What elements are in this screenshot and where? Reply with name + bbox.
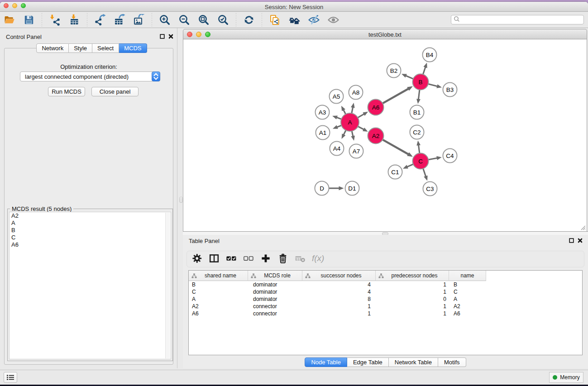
graph-node-B1[interactable]: B1 [410,105,424,119]
table-tab-motifs[interactable]: Motifs [438,357,466,367]
vertical-split-divider[interactable] [177,28,177,368]
optimization-criterion-select[interactable]: largest connected component (directed) [20,71,160,81]
graph-node-B2[interactable]: B2 [387,64,401,78]
result-list-item[interactable]: C [10,234,171,241]
toolbar-button-export-network[interactable] [94,13,106,27]
edge-C-C2[interactable] [418,144,420,153]
edge-A-A3[interactable] [336,117,342,119]
close-panel-icon[interactable] [168,34,173,39]
network-window-titlebar[interactable]: testGlobe.txt [183,29,587,39]
toolbar-button-zoom-in[interactable] [159,13,171,27]
edge-A-A6[interactable] [357,114,364,118]
edge-A6-B[interactable] [382,89,409,104]
graph-node-A7[interactable]: A7 [349,144,363,158]
column-header-predecessor-nodes[interactable]: predecessor nodes [376,271,449,281]
result-list-scrollbar[interactable] [165,213,170,358]
table-row[interactable]: Cdominator41C [189,288,582,295]
graph-node-B[interactable]: B [413,74,429,90]
toolbar-button-hide-selected[interactable] [308,13,320,27]
result-list-item[interactable]: A [10,219,171,227]
graph-node-C2[interactable]: C2 [410,125,424,139]
table-float-panel-icon[interactable] [569,238,574,243]
toolbar-button-export-image[interactable] [133,13,145,27]
edge-A-A7[interactable] [352,131,353,137]
edge-B-B1[interactable] [418,89,420,100]
toolbar-button-save-session[interactable] [23,13,35,27]
table-tab-node-table[interactable]: Node Table [305,357,347,367]
column-header-shared-name[interactable]: shared name [189,271,248,281]
table-row[interactable]: A2connector11A2 [189,303,582,310]
edge-A2-C[interactable] [382,139,409,154]
table-toolbar-button-add-column[interactable] [260,253,272,266]
graph-node-A[interactable]: A [341,113,359,131]
toolbar-button-open-file[interactable] [4,13,15,27]
result-list-item[interactable]: A2 [10,212,171,219]
graph-node-A4[interactable]: A4 [330,142,344,156]
network-canvas[interactable]: B4B2BB3B1A5A8A6A3AA1C2A2A4A7C4CC1C3DD1 [183,39,587,231]
table-row[interactable]: Adominator80A [189,295,582,303]
graph-node-D1[interactable]: D1 [345,181,359,195]
tab-mcds[interactable]: MCDS [119,43,147,53]
table-row[interactable]: Bdominator41B [189,281,582,288]
edge-C-C1[interactable] [406,164,414,167]
graph-node-C1[interactable]: C1 [388,165,402,179]
table-close-panel-icon[interactable] [578,238,583,243]
column-header-successor-nodes[interactable]: successor nodes [302,271,376,281]
horizontal-split-divider[interactable] [183,231,588,232]
mcds-result-list[interactable]: A2ABCA6 [9,212,171,359]
toolbar-button-clone-network[interactable] [269,13,281,27]
search-input[interactable] [462,17,575,23]
search-box[interactable] [451,15,584,24]
toolbar-button-home[interactable] [288,13,300,27]
toolbar-button-show-all[interactable] [327,13,339,27]
result-list-item[interactable]: A6 [10,241,171,248]
table-tab-edge-table[interactable]: Edge Table [347,357,389,367]
edge-B-B2[interactable] [405,76,414,79]
edge-A-A2[interactable] [358,126,364,130]
memory-button[interactable]: Memory [549,372,583,383]
column-header-MCDS-role[interactable]: MCDS role [248,271,302,281]
table-toolbar-button-function-builder[interactable]: f(x) [311,253,327,266]
toolbar-button-export-table[interactable] [114,13,125,27]
edge-C-C4[interactable] [428,158,438,160]
edge-A-A4[interactable] [344,130,346,135]
toolbar-button-zoom-selected[interactable] [217,13,229,27]
graph-node-A2[interactable]: A2 [368,128,384,144]
toolbar-button-import-network[interactable] [49,13,61,27]
edge-B-B3[interactable] [428,84,438,86]
vertical-split-grabber[interactable] [179,197,183,203]
graph-node-A5[interactable]: A5 [330,90,344,104]
table-toolbar-button-select-all-checkboxes[interactable] [225,253,237,266]
graph-node-B4[interactable]: B4 [423,48,437,62]
toolbar-button-zoom-out[interactable] [178,13,190,27]
edge-A-A8[interactable] [352,107,353,114]
graph-node-C3[interactable]: C3 [423,182,437,196]
graph-node-A6[interactable]: A6 [368,100,384,115]
table-toolbar-button-delete-table[interactable] [294,253,306,266]
column-header-name[interactable]: name [449,271,486,281]
tab-network[interactable]: Network [36,43,69,53]
result-list-item[interactable]: B [10,227,171,234]
graph-node-A1[interactable]: A1 [316,126,330,140]
show-panel-list-button[interactable] [4,372,17,383]
graph-node-B3[interactable]: B3 [443,83,457,97]
window-resize-grip[interactable] [580,225,586,230]
toolbar-button-zoom-fit[interactable] [198,13,210,27]
run-mcds-button[interactable]: Run MCDS [48,87,85,96]
graph-node-A8[interactable]: A8 [349,86,363,100]
table-row[interactable]: A6connector11A6 [189,310,582,317]
graph-node-D[interactable]: D [315,181,329,195]
table-toolbar-button-deselect-all-checkboxes[interactable] [243,253,254,266]
float-panel-icon[interactable] [160,34,165,39]
table-tab-network-table[interactable]: Network Table [389,357,438,367]
close-panel-button[interactable]: Close panel [91,87,139,96]
graph-node-A3[interactable]: A3 [316,105,330,119]
tab-style[interactable]: Style [69,43,92,53]
edge-B-B4[interactable] [423,67,425,75]
graph-node-C4[interactable]: C4 [443,149,457,163]
table-toolbar-button-split-columns[interactable] [208,253,220,266]
tab-select[interactable]: Select [92,43,119,53]
graph-node-C[interactable]: C [413,153,429,169]
toolbar-button-import-table[interactable] [68,13,80,27]
table-toolbar-button-delete-column[interactable] [277,253,289,266]
